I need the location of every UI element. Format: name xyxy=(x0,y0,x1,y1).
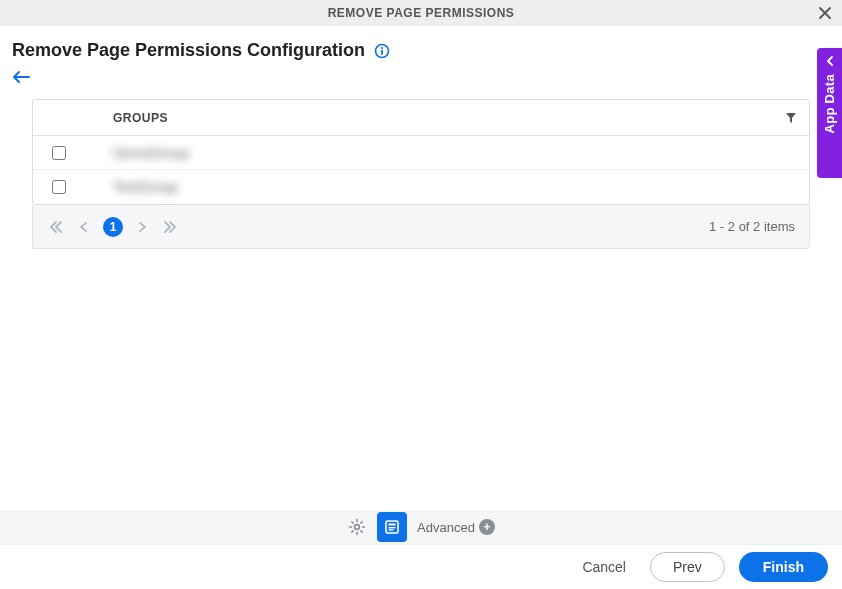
back-row xyxy=(0,67,842,95)
prev-button[interactable]: Prev xyxy=(650,552,725,582)
pager-controls: 1 xyxy=(47,217,179,237)
svg-point-3 xyxy=(355,525,360,530)
svg-point-1 xyxy=(381,46,383,48)
modal-title: REMOVE PAGE PERMISSIONS xyxy=(328,6,515,20)
chevron-double-right-icon xyxy=(163,220,177,234)
row-group-name-text: DemoGroup xyxy=(113,145,189,161)
close-button[interactable] xyxy=(816,4,834,22)
arrow-left-icon xyxy=(12,70,30,84)
info-icon xyxy=(374,43,390,59)
cancel-button[interactable]: Cancel xyxy=(572,553,636,581)
svg-rect-5 xyxy=(389,524,396,526)
bottom-toolbar: Advanced + xyxy=(0,510,842,544)
chevron-double-left-icon xyxy=(49,220,63,234)
filter-icon xyxy=(785,112,797,124)
advanced-button[interactable]: Advanced + xyxy=(417,519,495,535)
row-checkbox-cell xyxy=(33,146,85,160)
pager-next-button[interactable] xyxy=(133,218,151,236)
svg-rect-2 xyxy=(381,49,383,54)
chevron-left-icon xyxy=(825,56,835,66)
gear-icon xyxy=(348,518,366,536)
row-checkbox-cell xyxy=(33,180,85,194)
finish-button[interactable]: Finish xyxy=(739,552,828,582)
row-group-name: TestGroup xyxy=(85,179,809,195)
table-header-row: GROUPS xyxy=(33,100,809,136)
chevron-left-icon xyxy=(78,221,90,233)
app-data-label: App Data xyxy=(822,74,837,133)
table-row[interactable]: DemoGroup xyxy=(33,136,809,170)
page-title-row: Remove Page Permissions Configuration xyxy=(0,26,842,67)
pager-first-button[interactable] xyxy=(47,218,65,236)
table-row[interactable]: TestGroup xyxy=(33,170,809,204)
app-data-tab[interactable]: App Data xyxy=(817,48,842,178)
settings-button[interactable] xyxy=(347,517,367,537)
pager-last-button[interactable] xyxy=(161,218,179,236)
pager-summary: 1 - 2 of 2 items xyxy=(709,219,795,234)
filter-button[interactable] xyxy=(773,112,809,124)
close-icon xyxy=(818,6,832,20)
back-button[interactable] xyxy=(12,69,30,85)
pager-prev-button[interactable] xyxy=(75,218,93,236)
row-checkbox[interactable] xyxy=(52,146,66,160)
column-header-groups[interactable]: GROUPS xyxy=(85,111,773,125)
row-checkbox[interactable] xyxy=(52,180,66,194)
form-icon xyxy=(383,518,401,536)
chevron-right-icon xyxy=(136,221,148,233)
modal-header: REMOVE PAGE PERMISSIONS xyxy=(0,0,842,26)
footer-bar: Cancel Prev Finish xyxy=(0,544,842,589)
svg-rect-6 xyxy=(389,527,396,528)
plus-circle-icon: + xyxy=(479,519,495,535)
advanced-label: Advanced xyxy=(417,520,475,535)
info-button[interactable] xyxy=(373,42,391,60)
page-title: Remove Page Permissions Configuration xyxy=(12,40,365,61)
form-view-button[interactable] xyxy=(377,512,407,542)
svg-rect-7 xyxy=(389,529,394,530)
row-group-name: DemoGroup xyxy=(85,145,809,161)
pager-current-page[interactable]: 1 xyxy=(103,217,123,237)
groups-table: GROUPS DemoGroup TestGroup xyxy=(32,99,810,205)
row-group-name-text: TestGroup xyxy=(113,179,178,195)
pagination-bar: 1 1 - 2 of 2 items xyxy=(32,205,810,249)
